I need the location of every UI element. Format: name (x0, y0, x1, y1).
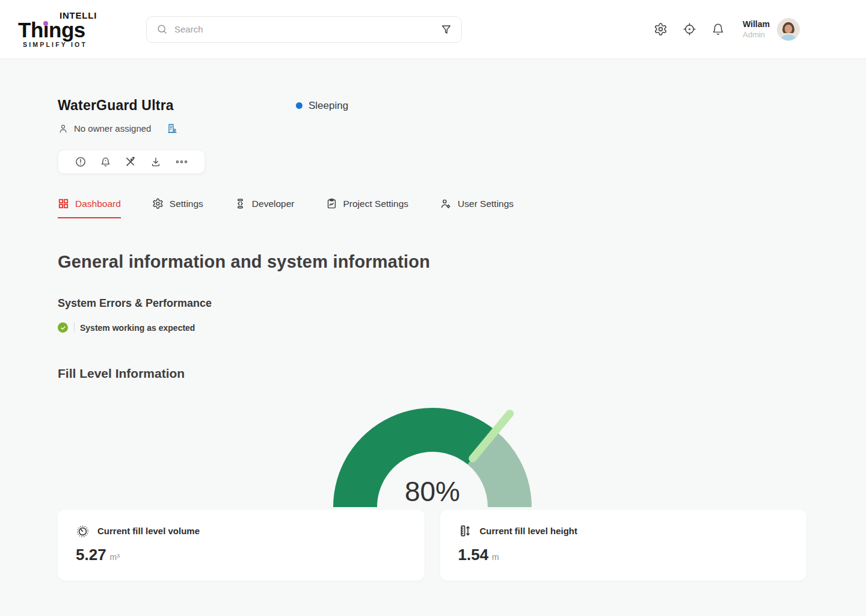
tab-label: Dashboard (75, 199, 121, 209)
person-icon (58, 123, 69, 134)
user-name: Willam (743, 19, 770, 29)
more-options-button[interactable] (175, 156, 188, 168)
brand-main-text: Thıngs (18, 20, 114, 40)
system-status-text: System working as expected (80, 323, 195, 333)
device-title: WaterGuard Ultra (58, 97, 296, 114)
stat-card-label: Current fill level height (480, 526, 578, 536)
header-actions: Willam Admin (639, 18, 800, 41)
stat-card-label: Current fill level volume (97, 526, 200, 536)
user-menu[interactable]: Willam Admin (743, 18, 800, 41)
page-title: General information and system informati… (58, 252, 806, 272)
search-icon (156, 23, 168, 35)
brand-dot (43, 21, 48, 26)
gauge-chart: 80% (324, 398, 541, 510)
stat-cards: Current fill level volume 5.27 m³ Curren… (58, 510, 806, 581)
tab-dashboard[interactable]: Dashboard (58, 198, 121, 218)
fill-level-gauge: 80% (58, 394, 806, 510)
settings-gear-icon[interactable] (654, 22, 668, 36)
owner-row: No owner assigned (58, 123, 806, 134)
search-input[interactable] (174, 24, 441, 34)
stat-card-value: 1.54 (458, 546, 489, 564)
brand-tagline: SIMPLIFY IOT (18, 41, 114, 48)
user-role: Admin (743, 30, 770, 39)
device-action-toolbar (58, 150, 205, 174)
gauge-value-label: 80% (404, 476, 459, 507)
device-status: Sleeping (296, 100, 348, 112)
tab-bar: Dashboard Settings Developer Project Set… (58, 198, 806, 218)
filter-icon[interactable] (441, 24, 452, 35)
main-content: WaterGuard Ultra Sleeping No owner assig… (0, 59, 866, 581)
device-header: WaterGuard Ultra Sleeping (58, 59, 806, 114)
ruler-icon (458, 524, 472, 538)
check-circle-icon (58, 322, 68, 333)
status-divider (74, 322, 75, 333)
user-meta: Willam Admin (743, 19, 770, 39)
stat-card-unit: m (492, 552, 499, 562)
tab-user-settings[interactable]: User Settings (440, 198, 514, 218)
tab-developer[interactable]: Developer (235, 198, 295, 218)
stat-card-value: 5.27 (76, 546, 106, 564)
tab-label: Developer (252, 199, 295, 209)
stat-card-value-row: 5.27 m³ (76, 546, 407, 564)
stat-card-head: Current fill level volume (76, 524, 407, 538)
alarm-bell-button[interactable] (100, 156, 111, 168)
target-adjust-icon[interactable] (683, 22, 696, 36)
owner-label: No owner assigned (74, 123, 151, 134)
search-bar (146, 16, 462, 43)
tab-label: Project Settings (343, 199, 409, 209)
notifications-bell-icon[interactable] (711, 22, 725, 36)
status-label: Sleeping (309, 100, 348, 112)
stat-card-head: Current fill level height (458, 524, 789, 538)
avatar[interactable] (777, 18, 800, 41)
tab-project-settings[interactable]: Project Settings (326, 198, 409, 218)
stat-card-height: Current fill level height 1.54 m (440, 510, 807, 581)
stat-card-value-row: 1.54 m (458, 546, 789, 564)
tab-label: Settings (170, 199, 203, 209)
tab-label: User Settings (458, 199, 514, 209)
status-dot-icon (296, 102, 302, 109)
system-status-row: System working as expected (58, 322, 806, 333)
gauge-icon (76, 524, 90, 538)
alert-info-button[interactable] (75, 156, 87, 168)
fill-section-title: Fill Level Information (58, 366, 806, 381)
building-location-icon[interactable] (167, 123, 178, 134)
top-header: INTELLI Thıngs SIMPLIFY IOT Willam Admin (0, 0, 866, 59)
stat-card-unit: m³ (110, 552, 120, 562)
tab-settings[interactable]: Settings (152, 198, 203, 218)
tools-button[interactable] (124, 156, 137, 168)
stat-card-volume: Current fill level volume 5.27 m³ (58, 510, 425, 581)
brand-logo[interactable]: INTELLI Thıngs SIMPLIFY IOT (18, 10, 114, 48)
download-button[interactable] (150, 156, 162, 168)
system-section-title: System Errors & Performance (58, 297, 806, 310)
